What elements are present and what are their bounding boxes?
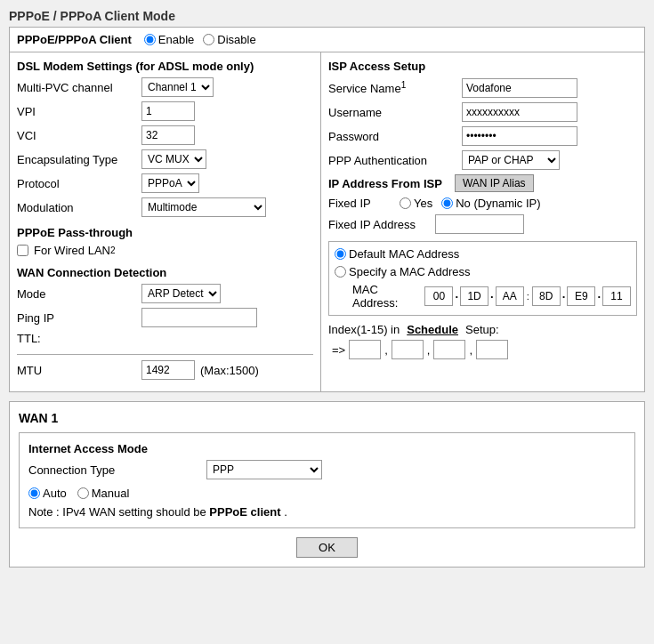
fixed-ip-yes-radio[interactable] — [400, 197, 411, 209]
enable-radio[interactable] — [144, 34, 156, 45]
manual-radio-label[interactable]: Manual — [77, 487, 130, 500]
service-name-row: Service Name1 — [328, 78, 637, 98]
mac-field-2[interactable] — [496, 286, 524, 306]
client-header-row: PPPoE/PPPoA Client Enable Disable — [10, 28, 644, 52]
fixed-ip-no-text: No (Dynamic IP) — [456, 197, 540, 210]
schedule-input-1[interactable] — [392, 340, 424, 359]
page-title: PPPoE / PPPoA Client Mode — [9, 9, 645, 23]
schedule-input-2[interactable] — [433, 340, 465, 359]
pppoe-passthrough-section: PPPoE Pass-through For Wired LAN2 — [17, 226, 313, 257]
modulation-select[interactable]: Multimode ADSL ADSL2 ADSL2+ VDSL2 — [141, 197, 266, 217]
enable-radio-label[interactable]: Enable — [144, 33, 194, 46]
ttl-row: TTL: — [17, 332, 313, 345]
fixed-ip-yes-text: Yes — [414, 197, 432, 210]
fixed-ip-address-input[interactable] — [435, 214, 524, 234]
auto-manual-row: Auto Manual — [28, 487, 626, 500]
multi-pvc-row: Multi-PVC channel Channel 1 Channel 2 Ch… — [17, 77, 313, 97]
username-row: Username — [328, 102, 637, 122]
service-name-label: Service Name1 — [328, 80, 462, 95]
enable-label: Enable — [158, 33, 194, 46]
vci-label: VCI — [17, 129, 141, 142]
default-mac-text: Default MAC Address — [349, 247, 459, 261]
mtu-section: MTU (Max:1500) — [17, 354, 313, 380]
wired-lan-label: For Wired LAN — [34, 244, 110, 257]
disable-radio-label[interactable]: Disable — [203, 33, 255, 46]
pppoe-passthrough-title: PPPoE Pass-through — [17, 226, 313, 239]
protocol-label: Protocol — [17, 177, 141, 190]
ok-button[interactable]: OK — [296, 537, 358, 558]
two-col-layout: DSL Modem Settings (for ADSL mode only) … — [10, 52, 644, 391]
username-input[interactable] — [462, 102, 577, 122]
connection-type-select[interactable]: PPP Static DHCP None — [206, 460, 322, 479]
encap-row: Encapsulating Type VC MUX LLC — [17, 149, 313, 169]
multi-pvc-select[interactable]: Channel 1 Channel 2 Channel 3 — [141, 77, 214, 97]
schedule-bold-label: Schedule — [407, 323, 458, 336]
disable-radio[interactable] — [203, 34, 214, 45]
fixed-ip-no-label[interactable]: No (Dynamic IP) — [441, 197, 540, 210]
username-label: Username — [328, 106, 462, 119]
mode-select[interactable]: ARP Detect Ping Always On — [141, 284, 221, 303]
fixed-ip-no-radio[interactable] — [441, 197, 453, 209]
fixed-ip-label: Fixed IP — [328, 197, 400, 210]
specify-mac-radio[interactable] — [335, 266, 346, 278]
ok-row: OK — [19, 537, 635, 558]
mac-dot-3: · — [597, 290, 601, 303]
fixed-ip-yes-label[interactable]: Yes — [400, 197, 432, 210]
schedule-input-0[interactable] — [349, 340, 381, 359]
fixed-ip-radio-group: Yes No (Dynamic IP) — [400, 197, 541, 210]
mac-field-0[interactable] — [424, 286, 453, 306]
mac-field-4[interactable] — [567, 286, 595, 306]
ppp-auth-label: PPP Authentication — [328, 154, 462, 167]
wired-lan-row: For Wired LAN2 — [17, 244, 313, 257]
service-name-superscript: 1 — [401, 80, 407, 90]
wan-ip-alias-btn[interactable]: WAN IP Alias — [455, 174, 534, 192]
vpi-label: VPI — [17, 105, 141, 118]
internet-access-box: Internet Access Mode Connection Type PPP… — [19, 432, 635, 528]
password-input[interactable] — [462, 126, 577, 146]
mac-dot-1: · — [490, 290, 494, 303]
mac-field-5[interactable] — [602, 286, 631, 306]
specify-mac-label[interactable]: Specify a MAC Address — [335, 265, 471, 278]
default-mac-radio[interactable] — [335, 248, 346, 260]
mac-dot-0: · — [455, 290, 458, 303]
mode-row: Mode ARP Detect Ping Always On — [17, 284, 313, 303]
modulation-label: Modulation — [17, 201, 141, 214]
connection-type-row: Connection Type PPP Static DHCP None — [28, 460, 626, 479]
vpi-input[interactable] — [141, 101, 195, 121]
modulation-row: Modulation Multimode ADSL ADSL2 ADSL2+ V… — [17, 197, 313, 217]
password-label: Password — [328, 130, 462, 143]
ppp-auth-select[interactable]: PAP or CHAP PAP CHAP MSCHAP — [462, 150, 560, 170]
ping-ip-input[interactable] — [141, 308, 257, 327]
schedule-input-3[interactable] — [476, 340, 508, 359]
enable-disable-group: Enable Disable — [144, 33, 256, 46]
fixed-ip-row: Fixed IP Yes No (Dynamic IP) — [328, 197, 637, 210]
wan-detection-title: WAN Connection Detection — [17, 266, 313, 279]
mac-field-1[interactable] — [460, 286, 488, 306]
schedule-label2: Setup: — [465, 323, 499, 336]
default-mac-label[interactable]: Default MAC Address — [335, 247, 459, 261]
ip-from-isp-label: IP Address From ISP — [328, 177, 442, 190]
wired-lan-checkbox[interactable] — [17, 245, 28, 256]
schedule-comma-2: , — [469, 343, 472, 357]
schedule-comma-0: , — [384, 343, 388, 357]
wan-detection-section: WAN Connection Detection Mode ARP Detect… — [17, 266, 313, 345]
auto-label: Auto — [43, 487, 67, 500]
mtu-input[interactable] — [141, 360, 195, 380]
protocol-select[interactable]: PPPoA PPPoE — [141, 173, 199, 193]
note-suffix: . — [284, 505, 287, 519]
ip-from-isp-row: IP Address From ISP WAN IP Alias — [328, 174, 637, 192]
schedule-inputs-row: => , , , — [332, 340, 637, 359]
manual-radio[interactable] — [77, 487, 89, 499]
default-mac-row: Default MAC Address — [335, 247, 631, 261]
auto-radio[interactable] — [28, 487, 40, 499]
internet-access-title: Internet Access Mode — [28, 442, 626, 455]
vci-input[interactable] — [141, 125, 195, 145]
schedule-label: Index(1-15) in — [328, 323, 400, 336]
mac-address-row: MAC Address: · · : · · — [352, 283, 631, 310]
manual-label: Manual — [92, 487, 130, 500]
mac-field-3[interactable] — [532, 286, 561, 306]
service-name-input[interactable] — [462, 78, 577, 98]
connection-type-label: Connection Type — [28, 463, 206, 477]
auto-radio-label[interactable]: Auto — [28, 487, 67, 500]
encap-select[interactable]: VC MUX LLC — [141, 149, 206, 169]
